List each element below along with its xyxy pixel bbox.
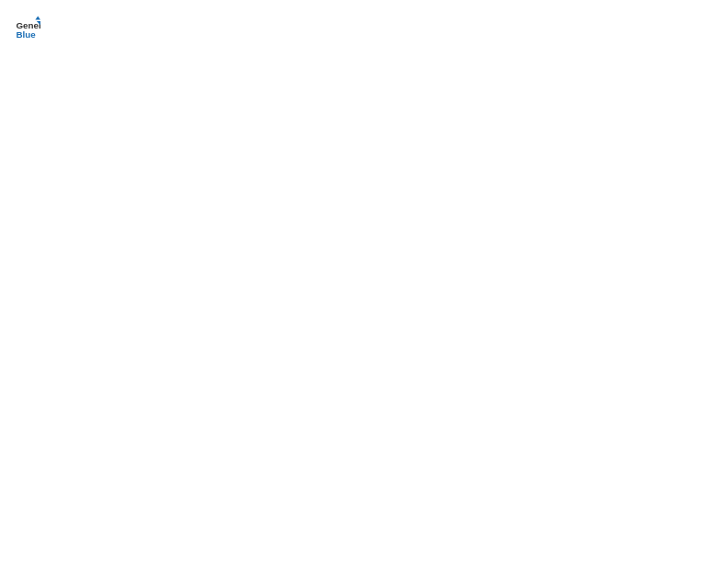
svg-text:Blue: Blue	[16, 29, 36, 40]
logo-icon: General Blue	[15, 15, 40, 40]
page-header: General Blue	[15, 15, 713, 40]
svg-marker-2	[35, 16, 40, 19]
logo: General Blue	[15, 15, 40, 40]
